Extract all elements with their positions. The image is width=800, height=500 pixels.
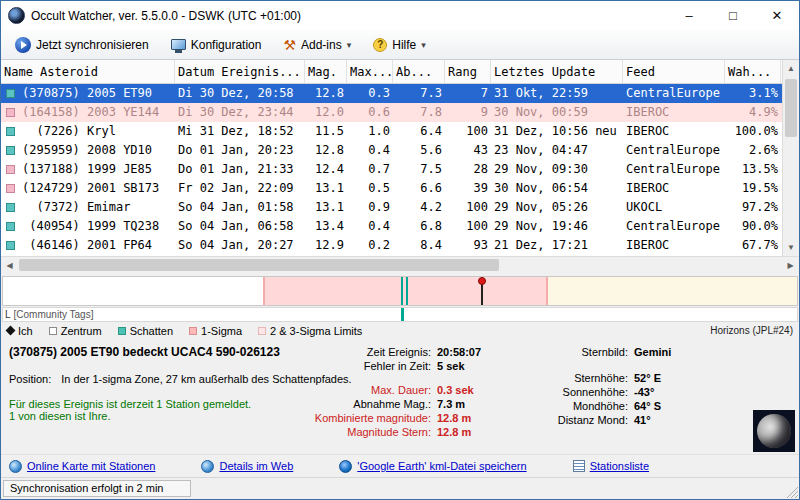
- column-header-datum[interactable]: Datum Ereignis...: [175, 60, 305, 83]
- horizontal-scroll-track[interactable]: [18, 257, 782, 273]
- links-bar: Online Karte mit StationenDetails im Web…: [1, 454, 799, 477]
- legend-schatten-label: Schatten: [130, 325, 173, 337]
- web-details-link[interactable]: Details im Web: [201, 460, 293, 473]
- cell-name: (40954) 1999 TQ238: [19, 217, 175, 236]
- link-label: Online Karte mit Stationen: [27, 460, 155, 472]
- cell-datum: Do 01 Jan, 20:23: [175, 141, 305, 160]
- table-row[interactable]: (137188) 1999 JE85Do 01 Jan, 21:3312.40.…: [1, 160, 782, 179]
- help-icon: ?: [373, 38, 387, 52]
- cell-rang: 7: [445, 84, 491, 103]
- occultation-path-chart[interactable]: [2, 276, 798, 306]
- sync-status: Synchronisation erfolgt in 2 min: [3, 480, 191, 497]
- details-mid: Zeit Ereignis:20:58:07Fehler in Zeit:5 s…: [253, 345, 481, 439]
- legend-23-sigma-label: 2 & 3-Sigma Limits: [270, 325, 362, 337]
- detail-value: 52° E: [634, 372, 661, 384]
- detail-label: Max. Dauer:: [253, 383, 431, 397]
- community-tags-strip[interactable]: L [Community Tags]: [2, 307, 798, 322]
- cell-update: 23 Nov, 04:47: [491, 141, 623, 160]
- cell-ab: 4.2: [393, 198, 445, 217]
- maximize-button[interactable]: □: [711, 1, 755, 30]
- close-button[interactable]: ✕: [755, 1, 799, 30]
- globe-icon: [9, 460, 22, 473]
- configuration-icon: [171, 39, 186, 50]
- event-tag-icon: [1, 198, 19, 217]
- cell-wahr: 90.0%: [725, 217, 781, 236]
- help-label: Hilfe: [392, 38, 416, 52]
- table-row[interactable]: (164158) 2003 YE144Di 30 Dez, 23:4412.00…: [1, 103, 782, 122]
- detail-label: Fehler in Zeit:: [253, 359, 431, 373]
- legend: Ich Zentrum Schatten 1-Sigma 2 & 3-Sigma…: [1, 322, 799, 339]
- cell-feed: IBEROC: [623, 122, 725, 141]
- cell-update: 31 Dez, 10:56 neu: [491, 122, 623, 141]
- horizontal-scroll-thumb[interactable]: [19, 259, 499, 271]
- column-header-mag[interactable]: Mag.: [305, 60, 347, 83]
- configuration-button[interactable]: Konfiguration: [162, 34, 271, 56]
- cell-feed: CentralEurope: [623, 217, 725, 236]
- vertical-scroll-track[interactable]: [783, 77, 799, 239]
- table-row[interactable]: (295959) 2008 YD10Do 01 Jan, 20:2312.80.…: [1, 141, 782, 160]
- detail-label: Sonnenhöhe:: [536, 385, 628, 399]
- vertical-scroll-thumb[interactable]: [785, 79, 797, 137]
- table-row[interactable]: (7226) KrylMi 31 Dez, 18:5211.51.06.4100…: [1, 122, 782, 141]
- cell-datum: Do 01 Jan, 21:33: [175, 160, 305, 179]
- sync-now-button[interactable]: Jetzt synchronisieren: [6, 33, 158, 57]
- resize-grip[interactable]: [785, 485, 798, 498]
- schatten-swatch-icon: [118, 327, 126, 335]
- sync-now-label: Jetzt synchronisieren: [36, 38, 149, 52]
- table-header: Name Asteroid Datum Ereignis... Mag. Max…: [1, 60, 782, 84]
- help-button[interactable]: ? Hilfe ▾: [364, 34, 435, 56]
- events-grid: Name Asteroid Datum Ereignis... Mag. Max…: [1, 60, 799, 256]
- cell-ab: 6.4: [393, 122, 445, 141]
- detail-row: Sternhöhe:52° E: [536, 371, 671, 385]
- column-header-feed[interactable]: Feed: [623, 60, 725, 83]
- table-row[interactable]: (370875) 2005 ET90Di 30 Dez, 20:5812.80.…: [1, 84, 782, 103]
- cell-wahr: 2.6%: [725, 141, 781, 160]
- detail-value: 0.3 sek: [437, 384, 474, 396]
- column-header-update[interactable]: Letztes Update: [491, 60, 623, 83]
- globe-icon: [201, 460, 214, 473]
- table-row[interactable]: (40954) 1999 TQ238So 04 Jan, 06:5813.40.…: [1, 217, 782, 236]
- table-row[interactable]: (7372) EmimarSo 04 Jan, 01:5813.10.94.21…: [1, 198, 782, 217]
- details-right: Sternbild:GeminiSternhöhe:52° ESonnenhöh…: [536, 345, 671, 427]
- cell-datum: Fr 02 Jan, 22:09: [175, 179, 305, 198]
- cell-mag: 13.4: [305, 217, 347, 236]
- addins-button[interactable]: ⚒ Add-ins ▾: [274, 34, 360, 56]
- scroll-right-icon[interactable]: ▶: [782, 257, 799, 273]
- scroll-down-icon[interactable]: ▼: [783, 239, 799, 256]
- cell-datum: So 04 Jan, 01:58: [175, 198, 305, 217]
- link-label: Details im Web: [219, 460, 293, 472]
- google-earth-kml-link[interactable]: 'Google Earth' kml-Datei speichern: [339, 460, 526, 473]
- table-row[interactable]: (124729) 2001 SB173Fr 02 Jan, 22:0913.10…: [1, 179, 782, 198]
- column-header-name[interactable]: Name Asteroid: [1, 60, 175, 83]
- scroll-left-icon[interactable]: ◀: [1, 257, 18, 273]
- cell-update: 29 Nov, 05:26: [491, 198, 623, 217]
- vertical-scrollbar[interactable]: ▲ ▼: [782, 60, 799, 256]
- cell-rang: 28: [445, 160, 491, 179]
- detail-row: Abnahme Mag.:7.3 m: [253, 397, 481, 411]
- detail-value: 7.3 m: [437, 398, 465, 410]
- minimize-button[interactable]: –: [667, 1, 711, 30]
- configuration-label: Konfiguration: [191, 38, 262, 52]
- detail-value: 41°: [634, 414, 651, 426]
- horizontal-scrollbar[interactable]: ◀ ▶: [1, 256, 799, 273]
- column-header-rang[interactable]: Rang: [445, 60, 491, 83]
- window-title: Occult Watcher, ver. 5.5.0.0 - DSWK (UTC…: [31, 9, 301, 23]
- cell-feed: CentralEurope: [623, 160, 725, 179]
- station-list-link[interactable]: Stationsliste: [573, 460, 649, 472]
- detail-row: Fehler in Zeit:5 sek: [253, 359, 481, 373]
- column-header-ab[interactable]: Ab...: [393, 60, 445, 83]
- ephemeris-source-label: Horizons (JPL#24): [710, 325, 793, 336]
- cell-ab: 6.8: [393, 217, 445, 236]
- cell-datum: Mi 31 Dez, 18:52: [175, 122, 305, 141]
- scroll-up-icon[interactable]: ▲: [783, 60, 799, 77]
- table-row[interactable]: (46146) 2001 FP64So 04 Jan, 20:2712.90.2…: [1, 236, 782, 255]
- cell-datum: Di 30 Dez, 20:58: [175, 84, 305, 103]
- column-header-max[interactable]: Max...: [347, 60, 393, 83]
- legend-23-sigma: 2 & 3-Sigma Limits: [258, 325, 362, 337]
- table-body: (370875) 2005 ET90Di 30 Dez, 20:5812.80.…: [1, 84, 782, 256]
- station-diamond-icon: [6, 326, 16, 336]
- cell-update: 29 Nov, 19:46: [491, 217, 623, 236]
- cell-mag: 12.9: [305, 236, 347, 255]
- online-map-link[interactable]: Online Karte mit Stationen: [9, 460, 155, 473]
- column-header-wahr[interactable]: Wah...: [725, 60, 781, 83]
